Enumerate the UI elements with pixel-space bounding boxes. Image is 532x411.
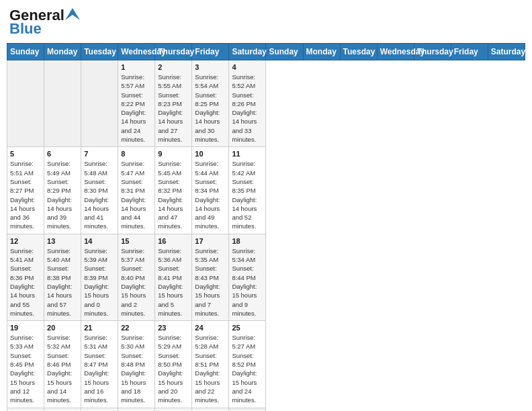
day-header-monday: Monday [44, 44, 81, 60]
calendar-cell [44, 60, 81, 147]
logo-text-blue: Blue [9, 20, 42, 38]
calendar-cell [7, 60, 44, 147]
cell-info: Sunrise: 5:39 AM Sunset: 8:39 PM Dayligh… [84, 246, 115, 318]
calendar-cell: 2Sunrise: 5:55 AM Sunset: 8:23 PM Daylig… [155, 60, 192, 147]
day-number: 6 [47, 150, 78, 158]
day-number: 14 [84, 237, 115, 245]
calendar-cell: 11Sunrise: 5:42 AM Sunset: 8:35 PM Dayli… [229, 147, 266, 234]
calendar-cell: 30Sunrise: 5:23 AM Sunset: 8:57 PM Dayli… [155, 408, 192, 411]
calendar-cell: 1Sunrise: 5:57 AM Sunset: 8:22 PM Daylig… [118, 60, 155, 147]
day-number: 2 [158, 63, 189, 71]
calendar-cell: 27Sunrise: 5:25 AM Sunset: 8:54 PM Dayli… [44, 408, 81, 411]
calendar-cell: 13Sunrise: 5:40 AM Sunset: 8:38 PM Dayli… [44, 234, 81, 320]
cell-info: Sunrise: 5:41 AM Sunset: 8:36 PM Dayligh… [10, 246, 41, 318]
col-header-saturday: Saturday [488, 44, 525, 60]
calendar-cell: 21Sunrise: 5:31 AM Sunset: 8:47 PM Dayli… [81, 321, 118, 408]
day-number: 25 [232, 324, 263, 332]
col-header-wednesday: Wednesday [377, 44, 414, 60]
day-header-saturday: Saturday [229, 44, 266, 60]
calendar-cell: 19Sunrise: 5:33 AM Sunset: 8:45 PM Dayli… [7, 321, 44, 408]
cell-info: Sunrise: 5:42 AM Sunset: 8:35 PM Dayligh… [232, 159, 263, 230]
calendar-week-row: 12Sunrise: 5:41 AM Sunset: 8:36 PM Dayli… [7, 234, 525, 320]
day-number: 24 [195, 324, 226, 332]
calendar-cell: 20Sunrise: 5:32 AM Sunset: 8:46 PM Dayli… [44, 321, 81, 408]
calendar-cell: 5Sunrise: 5:51 AM Sunset: 8:27 PM Daylig… [7, 147, 44, 234]
cell-info: Sunrise: 5:37 AM Sunset: 8:40 PM Dayligh… [121, 246, 152, 318]
calendar-cell: 6Sunrise: 5:49 AM Sunset: 8:29 PM Daylig… [44, 147, 81, 234]
svg-marker-0 [65, 8, 80, 20]
day-number: 23 [158, 324, 189, 332]
calendar-cell: 26Sunrise: 5:26 AM Sunset: 8:53 PM Dayli… [7, 408, 44, 411]
calendar-week-row: 5Sunrise: 5:51 AM Sunset: 8:27 PM Daylig… [7, 147, 525, 234]
day-number: 4 [232, 63, 263, 71]
cell-info: Sunrise: 5:49 AM Sunset: 8:29 PM Dayligh… [47, 159, 78, 230]
calendar-cell: 28Sunrise: 5:25 AM Sunset: 8:55 PM Dayli… [81, 408, 118, 411]
calendar-cell: 12Sunrise: 5:41 AM Sunset: 8:36 PM Dayli… [7, 234, 44, 320]
col-header-thursday: Thursday [414, 44, 451, 60]
logo-bird-icon [65, 8, 80, 20]
day-header-wednesday: Wednesday [118, 44, 155, 60]
col-header-monday: Monday [303, 44, 340, 60]
cell-info: Sunrise: 5:27 AM Sunset: 8:52 PM Dayligh… [232, 333, 263, 404]
calendar-cell [81, 60, 118, 147]
calendar-cell: 17Sunrise: 5:35 AM Sunset: 8:43 PM Dayli… [192, 234, 229, 320]
cell-info: Sunrise: 5:28 AM Sunset: 8:51 PM Dayligh… [195, 333, 226, 404]
calendar-cell: 18Sunrise: 5:34 AM Sunset: 8:44 PM Dayli… [229, 234, 266, 320]
calendar-cell: 7Sunrise: 5:48 AM Sunset: 8:30 PM Daylig… [81, 147, 118, 234]
cell-info: Sunrise: 5:32 AM Sunset: 8:46 PM Dayligh… [47, 333, 78, 404]
day-number: 12 [10, 237, 41, 245]
calendar-cell: 4Sunrise: 5:52 AM Sunset: 8:26 PM Daylig… [229, 60, 266, 147]
day-number: 17 [195, 237, 226, 245]
calendar-cell: 31Sunrise: 5:22 AM Sunset: 8:58 PM Dayli… [192, 408, 229, 411]
cell-info: Sunrise: 5:48 AM Sunset: 8:30 PM Dayligh… [84, 159, 115, 230]
cell-info: Sunrise: 5:47 AM Sunset: 8:31 PM Dayligh… [121, 159, 152, 230]
calendar-cell: 25Sunrise: 5:27 AM Sunset: 8:52 PM Dayli… [229, 321, 266, 408]
day-number: 10 [195, 150, 226, 158]
day-number: 19 [10, 324, 41, 332]
day-header-tuesday: Tuesday [81, 44, 118, 60]
calendar-cell: 15Sunrise: 5:37 AM Sunset: 8:40 PM Dayli… [118, 234, 155, 320]
day-header-sunday: Sunday [7, 44, 44, 60]
day-number: 13 [47, 237, 78, 245]
day-number: 15 [121, 237, 152, 245]
day-number: 20 [47, 324, 78, 332]
day-number: 18 [232, 237, 263, 245]
day-header-thursday: Thursday [155, 44, 192, 60]
cell-info: Sunrise: 5:31 AM Sunset: 8:47 PM Dayligh… [84, 333, 115, 404]
calendar-cell [229, 408, 266, 411]
col-header-friday: Friday [451, 44, 488, 60]
logo: General Blue [9, 7, 80, 38]
day-number: 22 [121, 324, 152, 332]
day-number: 16 [158, 237, 189, 245]
calendar-week-row: 26Sunrise: 5:26 AM Sunset: 8:53 PM Dayli… [7, 408, 525, 411]
calendar-cell: 8Sunrise: 5:47 AM Sunset: 8:31 PM Daylig… [118, 147, 155, 234]
col-header-tuesday: Tuesday [340, 44, 377, 60]
calendar-cell: 22Sunrise: 5:30 AM Sunset: 8:48 PM Dayli… [118, 321, 155, 408]
calendar-week-row: 1Sunrise: 5:57 AM Sunset: 8:22 PM Daylig… [7, 60, 525, 147]
calendar-cell: 24Sunrise: 5:28 AM Sunset: 8:51 PM Dayli… [192, 321, 229, 408]
day-number: 7 [84, 150, 115, 158]
day-number: 8 [121, 150, 152, 158]
day-number: 21 [84, 324, 115, 332]
calendar-cell: 9Sunrise: 5:45 AM Sunset: 8:32 PM Daylig… [155, 147, 192, 234]
cell-info: Sunrise: 5:57 AM Sunset: 8:22 PM Dayligh… [121, 73, 152, 144]
day-number: 5 [10, 150, 41, 158]
calendar-cell: 16Sunrise: 5:36 AM Sunset: 8:41 PM Dayli… [155, 234, 192, 320]
calendar-cell: 10Sunrise: 5:44 AM Sunset: 8:34 PM Dayli… [192, 147, 229, 234]
calendar-header-row: SundayMondayTuesdayWednesdayThursdayFrid… [7, 44, 525, 60]
page-header: General Blue [7, 7, 525, 38]
calendar-week-row: 19Sunrise: 5:33 AM Sunset: 8:45 PM Dayli… [7, 321, 525, 408]
cell-info: Sunrise: 5:36 AM Sunset: 8:41 PM Dayligh… [158, 246, 189, 318]
cell-info: Sunrise: 5:29 AM Sunset: 8:50 PM Dayligh… [158, 333, 189, 404]
calendar-cell: 29Sunrise: 5:24 AM Sunset: 8:56 PM Dayli… [118, 408, 155, 411]
cell-info: Sunrise: 5:54 AM Sunset: 8:25 PM Dayligh… [195, 73, 226, 144]
day-number: 3 [195, 63, 226, 71]
day-header-friday: Friday [192, 44, 229, 60]
calendar-table: SundayMondayTuesdayWednesdayThursdayFrid… [7, 43, 525, 411]
cell-info: Sunrise: 5:33 AM Sunset: 8:45 PM Dayligh… [10, 333, 41, 404]
day-number: 1 [121, 63, 152, 71]
calendar-cell: 14Sunrise: 5:39 AM Sunset: 8:39 PM Dayli… [81, 234, 118, 320]
day-number: 9 [158, 150, 189, 158]
col-header-sunday: Sunday [266, 44, 303, 60]
calendar-cell: 23Sunrise: 5:29 AM Sunset: 8:50 PM Dayli… [155, 321, 192, 408]
